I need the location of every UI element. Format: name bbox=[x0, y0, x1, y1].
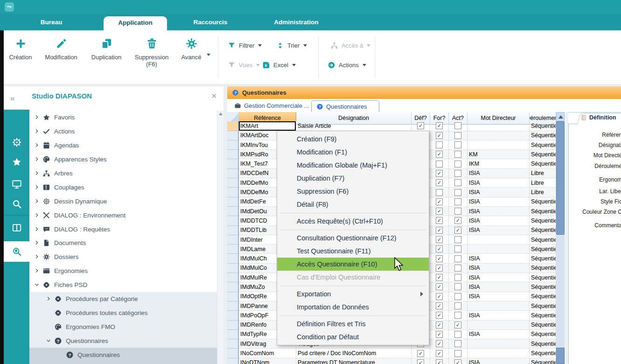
cell-deroulement[interactable]: Séquentiel bbox=[530, 358, 556, 364]
cell-act[interactable]: ✓ bbox=[449, 216, 467, 225]
app-tab-raccourcis[interactable]: Raccourcis bbox=[184, 14, 237, 30]
tree-item-questionnaires[interactable]: ?Questionnaires bbox=[29, 334, 223, 348]
cell-act-checkbox[interactable]: ✓ bbox=[454, 217, 461, 224]
cell-deroulement[interactable]: Séquentiel bbox=[530, 131, 556, 140]
cell-for[interactable]: ✓ bbox=[430, 226, 449, 235]
menu-item-duplication-f7[interactable]: Duplication (F7) bbox=[277, 172, 429, 185]
row-selector[interactable] bbox=[227, 358, 239, 364]
cell-mot-directeur[interactable]: ISIA bbox=[467, 311, 530, 320]
trier-button[interactable]: Trier bbox=[276, 41, 307, 50]
cell-mot-directeur[interactable]: ISIA bbox=[467, 178, 530, 188]
cell-mot-directeur[interactable] bbox=[467, 245, 530, 254]
chevron-right-icon[interactable] bbox=[34, 254, 42, 260]
cell-mot-directeur[interactable]: ISIA bbox=[467, 207, 530, 216]
cell-mot-directeur[interactable] bbox=[467, 235, 530, 245]
cell-for-checkbox[interactable]: ✓ bbox=[436, 236, 443, 243]
chevron-right-icon[interactable] bbox=[34, 226, 42, 232]
document-tab-gestion-commerciale[interactable]: Gestion Commerciale ... bbox=[230, 100, 318, 112]
acces-a-button[interactable]: Accès à bbox=[330, 41, 370, 50]
tree-item-apparences-styles[interactable]: Apparences Styles bbox=[29, 153, 223, 167]
cell-deroulement[interactable]: Séquentiel bbox=[530, 121, 556, 131]
cell-for[interactable]: ✓ bbox=[430, 235, 449, 245]
cell-act-checkbox[interactable] bbox=[454, 236, 461, 243]
actions-button[interactable]: Actions bbox=[328, 60, 366, 70]
cell-act-checkbox[interactable]: ✓ bbox=[454, 322, 461, 329]
rail-item-monitor[interactable] bbox=[4, 174, 29, 195]
cell-act[interactable] bbox=[449, 131, 467, 140]
row-selector[interactable] bbox=[227, 169, 239, 178]
tree-item-fiches-psd[interactable]: Fiches PSD bbox=[29, 278, 223, 292]
row-selector[interactable] bbox=[227, 330, 239, 339]
row-selector[interactable] bbox=[227, 207, 239, 216]
row-selector[interactable] bbox=[227, 311, 239, 320]
cell-mot-directeur[interactable] bbox=[467, 121, 530, 131]
tree-item-dialog-requetes[interactable]: DIALOG : Requêtes bbox=[29, 222, 223, 236]
cell-act[interactable] bbox=[449, 150, 467, 159]
cell-for[interactable]: ✓ bbox=[430, 169, 449, 178]
cell-for[interactable]: ✓ bbox=[430, 245, 449, 254]
cell-for[interactable]: ✓ bbox=[430, 273, 449, 282]
cell-for-checkbox[interactable]: ✓ bbox=[436, 179, 443, 186]
row-selector[interactable] bbox=[227, 339, 239, 349]
chevron-right-icon[interactable] bbox=[34, 268, 42, 274]
app-tab-administration[interactable]: Administration bbox=[263, 14, 330, 30]
tree-item-favoris[interactable]: Favoris bbox=[29, 111, 223, 125]
cell-designation[interactable]: Saisie Article bbox=[296, 121, 412, 131]
cell-act-checkbox[interactable] bbox=[454, 141, 461, 148]
cell-act-checkbox[interactable] bbox=[454, 331, 461, 338]
menu-item-acces-requetes-ctrlf10[interactable]: Accès Requête(s) (Ctrl+F10) bbox=[277, 215, 429, 228]
cell-mot-directeur[interactable]: ISIA bbox=[467, 216, 530, 225]
cell-for[interactable]: ✓ bbox=[430, 292, 449, 301]
cell-for-checkbox[interactable]: ✓ bbox=[436, 359, 443, 364]
menu-item-consultation-questionnaire-f12[interactable]: Consultation Questionnaire (F12) bbox=[277, 231, 429, 245]
chevron-right-icon[interactable] bbox=[34, 198, 42, 204]
cell-deroulement[interactable]: Séquentiel bbox=[530, 159, 556, 168]
cell-deroulement[interactable]: Séquentiel bbox=[530, 292, 556, 301]
cell-for-checkbox[interactable]: ✓ bbox=[436, 208, 443, 215]
sidebar-close-button[interactable]: ✕ bbox=[211, 92, 217, 100]
cell-for-checkbox[interactable]: ✓ bbox=[436, 245, 443, 252]
cell-act[interactable] bbox=[449, 330, 467, 339]
menu-item-creation-f9[interactable]: Création (F9) bbox=[277, 133, 429, 146]
cell-deroulement[interactable]: Séquentiel bbox=[530, 264, 556, 273]
cell-for[interactable] bbox=[430, 159, 449, 168]
cell-deroulement[interactable]: Libre bbox=[530, 188, 556, 197]
row-selector[interactable] bbox=[227, 197, 239, 207]
cell-for[interactable]: ✓ bbox=[430, 349, 449, 358]
tree-item-arbres[interactable]: Arbres bbox=[29, 167, 223, 181]
tree-item-documents[interactable]: Documents bbox=[29, 236, 223, 250]
cell-act-checkbox[interactable]: ✓ bbox=[454, 359, 461, 364]
cell-def-checkbox[interactable]: ✓ bbox=[417, 122, 424, 129]
chevron-down-icon[interactable] bbox=[34, 282, 42, 288]
cell-for-checkbox[interactable]: ✓ bbox=[436, 322, 443, 329]
cell-act[interactable] bbox=[449, 140, 467, 150]
cell-deroulement[interactable]: Séquentiel bbox=[530, 235, 556, 245]
cell-deroulement[interactable]: Séquentiel bbox=[530, 339, 556, 349]
row-selector[interactable] bbox=[227, 131, 239, 140]
chevron-right-icon[interactable] bbox=[34, 212, 42, 218]
chevron-right-icon[interactable] bbox=[34, 170, 42, 176]
chevron-right-icon[interactable] bbox=[34, 240, 42, 246]
cell-designation[interactable]: Parametres DT Nomenclature bbox=[296, 358, 412, 364]
cell-deroulement[interactable]: Séquentiel bbox=[530, 245, 556, 254]
cell-def[interactable]: ✓ bbox=[412, 358, 430, 364]
row-selector[interactable] bbox=[227, 301, 239, 311]
tree-item-couplages[interactable]: Couplages bbox=[29, 180, 223, 194]
row-selector[interactable] bbox=[227, 159, 239, 168]
cell-act-checkbox[interactable] bbox=[454, 189, 461, 196]
cell-act[interactable] bbox=[449, 159, 467, 168]
duplication-button[interactable]: Duplication bbox=[86, 36, 126, 77]
cell-deroulement[interactable]: Libre bbox=[530, 178, 556, 188]
cell-act[interactable] bbox=[449, 254, 467, 263]
cell-def-checkbox[interactable]: ✓ bbox=[417, 359, 424, 364]
cell-for-checkbox[interactable]: ✓ bbox=[436, 151, 443, 158]
cell-act[interactable] bbox=[449, 169, 467, 178]
cell-for-checkbox[interactable] bbox=[436, 161, 443, 168]
row-selector[interactable] bbox=[227, 140, 239, 150]
cell-act-checkbox[interactable] bbox=[454, 265, 461, 272]
cell-act[interactable] bbox=[449, 197, 467, 207]
cell-deroulement[interactable]: Libre bbox=[530, 169, 556, 178]
menu-item-definition-filtres-et-tris[interactable]: Définition Filtres et Tris bbox=[277, 317, 429, 330]
rail-item-search[interactable] bbox=[4, 194, 29, 214]
cell-for-checkbox[interactable]: ✓ bbox=[436, 265, 443, 272]
